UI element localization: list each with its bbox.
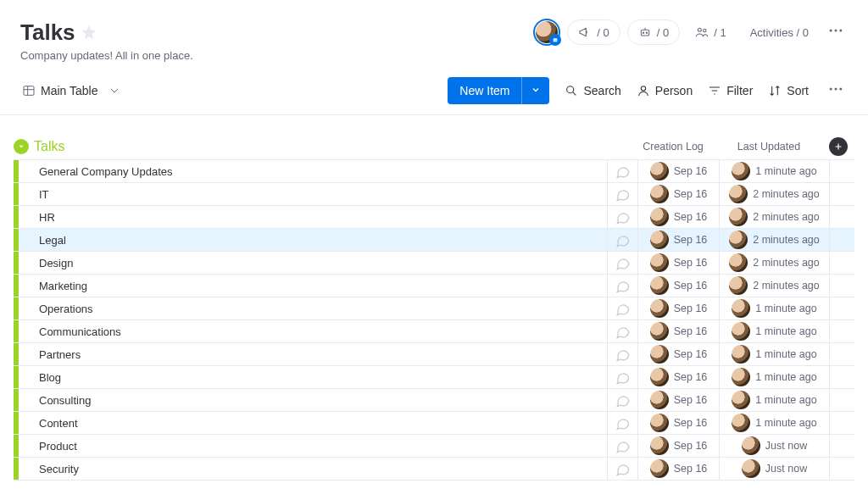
- cell-creation-log[interactable]: Sep 16: [637, 389, 719, 411]
- cell-last-updated[interactable]: 1 minute ago: [719, 389, 829, 411]
- row-color-bar: [14, 229, 19, 251]
- row-conversation-icon[interactable]: [607, 229, 637, 251]
- add-column-button[interactable]: [829, 137, 848, 156]
- row-conversation-icon[interactable]: [607, 435, 637, 457]
- cell-creation-log[interactable]: Sep 16: [637, 458, 719, 480]
- row-conversation-icon[interactable]: [607, 320, 637, 342]
- row-item-name[interactable]: Operations: [37, 303, 607, 315]
- board-title[interactable]: Talks: [20, 19, 75, 46]
- cell-last-updated[interactable]: 2 minutes ago: [719, 206, 829, 228]
- group-rows: General Company UpdatesSep 161 minute ag…: [14, 159, 854, 481]
- row-conversation-icon[interactable]: [607, 458, 637, 480]
- cell-last-updated[interactable]: 2 minutes ago: [719, 229, 829, 251]
- table-row[interactable]: General Company UpdatesSep 161 minute ag…: [14, 160, 854, 183]
- group-title[interactable]: Talks: [34, 139, 64, 154]
- person-filter-button[interactable]: Person: [637, 84, 693, 97]
- table-row[interactable]: ConsultingSep 161 minute ago: [14, 389, 854, 412]
- row-item-name[interactable]: Product: [37, 440, 607, 453]
- cell-last-updated[interactable]: 2 minutes ago: [719, 183, 829, 205]
- new-item-button[interactable]: New Item: [448, 77, 549, 104]
- board-subtitle[interactable]: Company updates! All in one place.: [20, 49, 848, 62]
- row-tail: [829, 297, 854, 319]
- table-row[interactable]: OperationsSep 161 minute ago: [14, 297, 854, 320]
- avatar: [650, 391, 669, 409]
- members-pill[interactable]: / 1: [687, 20, 734, 44]
- row-item-name[interactable]: Design: [37, 257, 607, 269]
- row-conversation-icon[interactable]: [607, 412, 637, 434]
- table-row[interactable]: HRSep 162 minutes ago: [14, 206, 854, 229]
- cell-creation-log[interactable]: Sep 16: [637, 412, 719, 434]
- table-row[interactable]: SecuritySep 16Just now: [14, 458, 854, 481]
- row-item-name[interactable]: Communications: [37, 325, 607, 338]
- table-row[interactable]: PartnersSep 161 minute ago: [14, 343, 854, 366]
- row-tail: [829, 412, 854, 434]
- row-conversation-icon[interactable]: [607, 297, 637, 319]
- row-item-name[interactable]: IT: [37, 188, 607, 201]
- cell-creation-log[interactable]: Sep 16: [637, 160, 719, 182]
- table-row[interactable]: BlogSep 161 minute ago: [14, 366, 854, 389]
- row-conversation-icon[interactable]: [607, 343, 637, 365]
- view-tab-main-table[interactable]: Main Table: [20, 81, 123, 101]
- table-row[interactable]: ITSep 162 minutes ago: [14, 183, 854, 206]
- row-color-bar: [14, 275, 19, 297]
- cell-creation-log[interactable]: Sep 16: [637, 252, 719, 274]
- header-more-icon[interactable]: [824, 19, 848, 46]
- cell-last-updated[interactable]: 1 minute ago: [719, 366, 829, 388]
- table-row[interactable]: CommunicationsSep 161 minute ago: [14, 320, 854, 343]
- cell-last-updated[interactable]: 1 minute ago: [719, 343, 829, 365]
- filter-button[interactable]: Filter: [708, 84, 753, 97]
- row-conversation-icon[interactable]: [607, 206, 637, 228]
- row-item-name[interactable]: General Company Updates: [37, 165, 607, 178]
- group-collapse-button[interactable]: [14, 139, 29, 154]
- column-header-updated[interactable]: Last Updated: [714, 141, 824, 153]
- cell-creation-log[interactable]: Sep 16: [637, 206, 719, 228]
- row-conversation-icon[interactable]: [607, 160, 637, 182]
- star-icon[interactable]: [81, 24, 97, 41]
- sort-button[interactable]: Sort: [768, 84, 809, 97]
- cell-last-updated[interactable]: 2 minutes ago: [719, 252, 829, 274]
- row-item-name[interactable]: Security: [37, 463, 607, 475]
- table-row[interactable]: ProductSep 16Just now: [14, 435, 854, 458]
- cell-creation-log[interactable]: Sep 16: [637, 366, 719, 388]
- table-row[interactable]: DesignSep 162 minutes ago: [14, 252, 854, 275]
- robots-pill[interactable]: / 0: [627, 19, 680, 45]
- column-header-creation[interactable]: Creation Log: [632, 141, 714, 153]
- guests-pill[interactable]: / 0: [567, 19, 620, 45]
- row-item-name[interactable]: Consulting: [37, 394, 607, 407]
- search-button[interactable]: Search: [565, 84, 620, 97]
- toolbar-more-icon[interactable]: [824, 77, 848, 104]
- table-row[interactable]: MarketingSep 162 minutes ago: [14, 275, 854, 297]
- new-item-dropdown[interactable]: [521, 77, 549, 104]
- row-conversation-icon[interactable]: [607, 183, 637, 205]
- cell-creation-log[interactable]: Sep 16: [637, 297, 719, 319]
- cell-creation-log[interactable]: Sep 16: [637, 183, 719, 205]
- cell-last-updated[interactable]: 1 minute ago: [719, 320, 829, 342]
- row-item-name[interactable]: Content: [37, 417, 607, 430]
- avatar: [742, 459, 760, 478]
- cell-last-updated[interactable]: Just now: [719, 435, 829, 457]
- cell-last-updated[interactable]: 2 minutes ago: [719, 275, 829, 297]
- row-item-name[interactable]: Partners: [37, 348, 607, 361]
- row-conversation-icon[interactable]: [607, 275, 637, 297]
- cell-last-updated[interactable]: 1 minute ago: [719, 160, 829, 182]
- row-conversation-icon[interactable]: [607, 366, 637, 388]
- cell-last-updated[interactable]: 1 minute ago: [719, 412, 829, 434]
- table-row[interactable]: LegalSep 162 minutes ago: [14, 229, 854, 252]
- activities-button[interactable]: Activities / 0: [742, 21, 817, 44]
- row-conversation-icon[interactable]: [607, 389, 637, 411]
- cell-last-updated[interactable]: 1 minute ago: [719, 297, 829, 319]
- row-item-name[interactable]: Marketing: [37, 280, 607, 292]
- row-item-name[interactable]: HR: [37, 211, 607, 224]
- filter-icon: [708, 84, 721, 97]
- cell-creation-log[interactable]: Sep 16: [637, 275, 719, 297]
- cell-last-updated[interactable]: Just now: [719, 458, 829, 480]
- row-item-name[interactable]: Legal: [37, 234, 607, 247]
- cell-creation-log[interactable]: Sep 16: [637, 229, 719, 251]
- row-item-name[interactable]: Blog: [37, 371, 607, 384]
- cell-creation-log[interactable]: Sep 16: [637, 343, 719, 365]
- table-row[interactable]: ContentSep 161 minute ago: [14, 412, 854, 435]
- cell-creation-log[interactable]: Sep 16: [637, 320, 719, 342]
- board-owner-avatar[interactable]: [533, 19, 560, 46]
- row-conversation-icon[interactable]: [607, 252, 637, 274]
- cell-creation-log[interactable]: Sep 16: [637, 435, 719, 457]
